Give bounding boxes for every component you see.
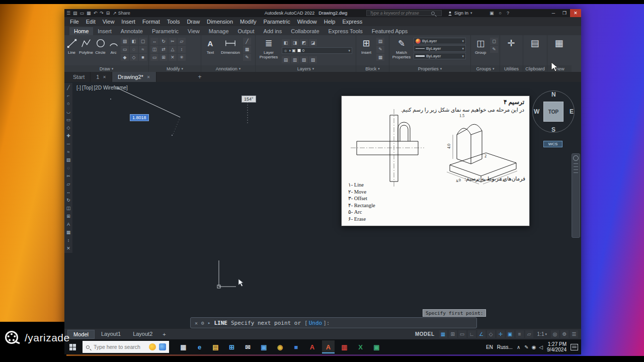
- file-tab[interactable]: 1 ✕: [91, 72, 112, 82]
- menu-item[interactable]: View: [99, 19, 118, 25]
- polar-tracking-icon[interactable]: ∠: [477, 330, 486, 338]
- language-indicator[interactable]: EN: [486, 344, 493, 350]
- ribbon-tab[interactable]: Manage: [204, 27, 233, 35]
- gradient-icon[interactable]: ◧: [130, 38, 138, 45]
- match-properties-button[interactable]: ✎ Match Properties: [391, 36, 412, 65]
- mtext-icon[interactable]: ✎: [243, 54, 251, 61]
- menu-item[interactable]: Insert: [118, 19, 139, 25]
- paste-button[interactable]: ▤: [525, 36, 545, 65]
- linetype-select[interactable]: ByLayer ▾: [414, 45, 466, 52]
- erase-icon[interactable]: ✕: [169, 54, 177, 61]
- layout-tab[interactable]: Layout2: [127, 330, 158, 339]
- ribbon-tab[interactable]: Home: [69, 27, 93, 35]
- action-center-icon[interactable]: [571, 344, 578, 350]
- layer-lock-icon[interactable]: ▣: [292, 48, 296, 53]
- viewcube-north[interactable]: N: [551, 91, 556, 98]
- layout-tab[interactable]: Model: [67, 330, 95, 339]
- menu-item[interactable]: Tools: [164, 19, 184, 25]
- infer-constraints-icon[interactable]: ▭: [458, 330, 466, 338]
- object-snap-tracking-icon[interactable]: ✛: [497, 330, 505, 338]
- menu-item[interactable]: Format: [139, 19, 164, 25]
- taskbar-search[interactable]: [83, 341, 169, 353]
- command-settings-icon[interactable]: ⚙: [201, 320, 204, 326]
- point-icon[interactable]: ◆: [121, 54, 129, 61]
- cart-icon[interactable]: ▣: [490, 11, 494, 16]
- group-button[interactable]: ◫ Group: [472, 36, 489, 65]
- utilities-panel-label[interactable]: Utilities: [500, 65, 523, 72]
- restore-button[interactable]: ❐: [559, 9, 570, 17]
- layer-isolate-icon[interactable]: ▥: [291, 56, 299, 63]
- layer-on-icon[interactable]: ☼: [284, 48, 287, 53]
- dimension-button[interactable]: Dimension: [219, 36, 242, 65]
- transparency-icon[interactable]: ▱: [525, 330, 533, 338]
- green-app-icon[interactable]: ▣: [370, 340, 383, 353]
- news-icon[interactable]: [159, 343, 166, 350]
- snap-icon[interactable]: ⊞: [449, 330, 457, 338]
- ortho-icon[interactable]: ∟: [468, 330, 476, 338]
- hatch-icon[interactable]: ▨: [121, 38, 129, 45]
- layer-properties-button[interactable]: ≣ Layer Properties: [257, 36, 280, 65]
- clock[interactable]: 1:27 PM 9/4/2024: [547, 341, 567, 352]
- viewcube-top-face[interactable]: TOP: [543, 102, 564, 122]
- menu-item[interactable]: Edit: [83, 19, 99, 25]
- group-edit-icon[interactable]: ✎: [490, 46, 498, 53]
- create-block-icon[interactable]: ▤: [376, 38, 384, 45]
- array-icon[interactable]: ⊞: [159, 54, 168, 61]
- spline-icon[interactable]: ≈: [139, 46, 147, 53]
- object-color-select[interactable]: ByLayer ▾: [414, 38, 466, 44]
- layer-off-icon[interactable]: ▤: [282, 56, 290, 63]
- trim-icon[interactable]: ✂: [169, 38, 177, 45]
- file-explorer-icon[interactable]: ▤: [209, 340, 222, 353]
- gear-icon[interactable]: ⚙: [560, 330, 569, 338]
- move-icon[interactable]: ↔: [150, 38, 158, 45]
- properties-panel-label[interactable]: Properties▾: [389, 65, 470, 72]
- close-command-icon[interactable]: ✕: [195, 320, 198, 326]
- menu-item[interactable]: File: [66, 19, 83, 25]
- offset-icon[interactable]: ▱: [178, 38, 186, 45]
- menu-item[interactable]: Express: [339, 19, 366, 25]
- draw-panel-label[interactable]: Draw▾: [64, 65, 148, 72]
- clipboard-panel-label[interactable]: Clipboard: [523, 65, 547, 72]
- red-app-icon[interactable]: ▥: [338, 340, 351, 353]
- ribbon-tab[interactable]: Annotate: [116, 27, 147, 35]
- layer-match-icon[interactable]: ◨: [291, 39, 299, 46]
- open-file-icon[interactable]: ▭: [80, 11, 85, 16]
- leader-icon[interactable]: ╱: [243, 38, 251, 45]
- mail-icon[interactable]: ✉: [242, 340, 254, 353]
- keyword-search-input[interactable]: [369, 10, 429, 16]
- excel-icon[interactable]: X: [354, 340, 367, 353]
- line-button[interactable]: Line: [66, 36, 77, 65]
- hidden-icons-caret[interactable]: ∧: [517, 344, 520, 350]
- block-panel-label[interactable]: Block▾: [356, 65, 389, 72]
- movies-app-icon[interactable]: ■: [290, 340, 302, 353]
- close-button[interactable]: ✕: [570, 9, 581, 17]
- drawing-canvas[interactable]: ╱⌐○◡▭◇✚─≈▨◌✂▱↔↻◫⊞A▦↕✕ [-][Top][2D Wirefr…: [64, 82, 581, 328]
- layer-make-current-icon[interactable]: ◧: [282, 39, 290, 46]
- pen-icon[interactable]: ✎: [524, 344, 528, 350]
- stretch-icon[interactable]: ↕: [178, 46, 186, 53]
- layer-previous-icon[interactable]: ◩: [300, 39, 308, 46]
- autocad-icon[interactable]: A: [322, 340, 335, 353]
- mirror-icon[interactable]: ◫: [150, 46, 158, 53]
- ribbon-tab[interactable]: View: [183, 27, 204, 35]
- copy-icon[interactable]: ⇄: [159, 46, 168, 53]
- circle-button[interactable]: Circle: [95, 36, 106, 65]
- fillet-icon[interactable]: △: [169, 46, 177, 53]
- keyword-search[interactable]: [366, 10, 442, 16]
- navigation-bar[interactable]: [572, 153, 580, 238]
- volume-icon[interactable]: ◁: [539, 344, 543, 350]
- share-button[interactable]: ↗ Share: [113, 11, 130, 16]
- boundary-icon[interactable]: ▢: [139, 38, 147, 45]
- menu-item[interactable]: Dimension: [203, 19, 236, 25]
- region-icon[interactable]: ■: [139, 54, 147, 61]
- lineweight-icon[interactable]: ≡: [516, 330, 524, 338]
- grid-icon[interactable]: ▦: [439, 330, 447, 338]
- layer-freeze-icon[interactable]: ◑: [288, 48, 291, 53]
- redo-icon[interactable]: ↷: [100, 11, 104, 16]
- viewcube-south[interactable]: S: [551, 126, 555, 133]
- scale-icon[interactable]: ▭: [150, 54, 158, 61]
- ribbon-tab[interactable]: Insert: [93, 27, 116, 35]
- clean-screen-icon[interactable]: ☰: [570, 330, 578, 338]
- utilities-button[interactable]: ✛: [502, 36, 521, 65]
- rotate-icon[interactable]: ↻: [159, 38, 168, 45]
